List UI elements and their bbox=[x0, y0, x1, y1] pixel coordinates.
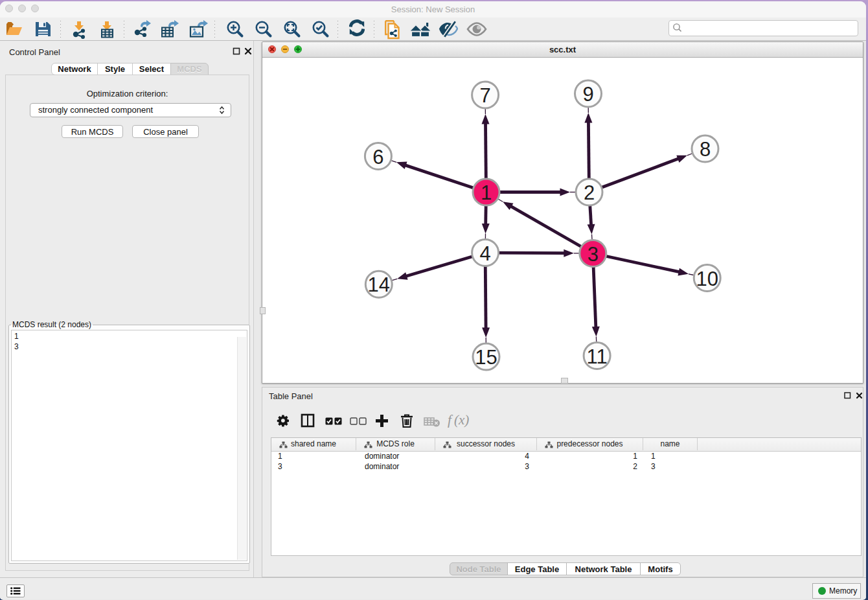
svg-text:11: 11 bbox=[587, 345, 608, 368]
svg-text:1: 1 bbox=[481, 181, 492, 204]
svg-text:4: 4 bbox=[479, 242, 490, 265]
svg-text:10: 10 bbox=[696, 268, 718, 290]
svg-text:15: 15 bbox=[475, 346, 497, 369]
svg-text:14: 14 bbox=[368, 273, 390, 296]
svg-text:7: 7 bbox=[479, 84, 490, 107]
svg-text:2: 2 bbox=[584, 181, 595, 204]
svg-text:8: 8 bbox=[700, 138, 711, 161]
svg-text:9: 9 bbox=[582, 83, 593, 106]
svg-text:6: 6 bbox=[372, 146, 383, 168]
svg-text:3: 3 bbox=[588, 243, 599, 266]
